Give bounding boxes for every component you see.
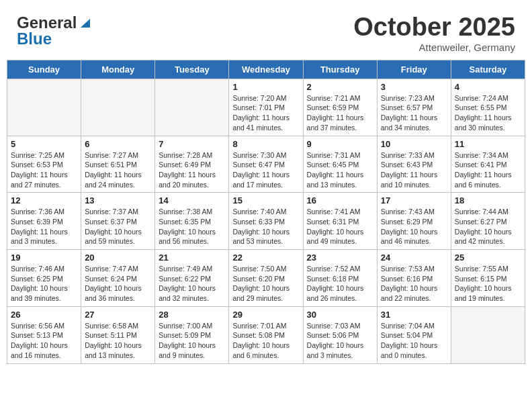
header-sunday: Sunday [7,60,81,79]
day-cell: 12Sunrise: 7:36 AM Sunset: 6:39 PM Dayli… [7,193,81,250]
day-info: Sunrise: 7:30 AM Sunset: 6:47 PM Dayligh… [232,150,299,190]
day-cell: 31Sunrise: 7:04 AM Sunset: 5:04 PM Dayli… [377,306,451,363]
day-cell: 28Sunrise: 7:00 AM Sunset: 5:09 PM Dayli… [155,306,229,363]
week-row-3: 19Sunrise: 7:46 AM Sunset: 6:25 PM Dayli… [7,250,525,307]
week-row-1: 5Sunrise: 7:25 AM Sunset: 6:53 PM Daylig… [7,136,525,193]
week-row-0: 1Sunrise: 7:20 AM Sunset: 7:01 PM Daylig… [7,79,525,136]
day-cell: 11Sunrise: 7:34 AM Sunset: 6:41 PM Dayli… [451,136,525,193]
day-cell: 9Sunrise: 7:31 AM Sunset: 6:45 PM Daylig… [303,136,377,193]
calendar-header-row: SundayMondayTuesdayWednesdayThursdayFrid… [7,60,525,79]
day-number: 26 [11,310,77,320]
day-number: 15 [232,195,299,205]
day-cell: 27Sunrise: 6:58 AM Sunset: 5:11 PM Dayli… [81,306,155,363]
day-cell: 19Sunrise: 7:46 AM Sunset: 6:25 PM Dayli… [7,250,81,307]
day-cell [451,306,525,363]
location: Attenweiler, Germany [353,42,515,53]
day-info: Sunrise: 7:44 AM Sunset: 6:27 PM Dayligh… [455,207,521,246]
day-cell: 25Sunrise: 7:55 AM Sunset: 6:15 PM Dayli… [451,250,525,307]
day-info: Sunrise: 7:27 AM Sunset: 6:51 PM Dayligh… [85,150,151,190]
week-row-2: 12Sunrise: 7:36 AM Sunset: 6:39 PM Dayli… [7,193,525,250]
day-info: Sunrise: 6:56 AM Sunset: 5:13 PM Dayligh… [11,321,77,361]
day-info: Sunrise: 7:40 AM Sunset: 6:33 PM Dayligh… [232,207,299,246]
logo-blue: Blue [17,30,93,48]
day-number: 8 [232,139,299,149]
day-cell: 20Sunrise: 7:47 AM Sunset: 6:24 PM Dayli… [81,250,155,307]
day-number: 12 [11,195,77,205]
day-number: 25 [455,253,521,263]
day-info: Sunrise: 7:36 AM Sunset: 6:39 PM Dayligh… [11,207,77,246]
day-cell: 4Sunrise: 7:24 AM Sunset: 6:55 PM Daylig… [451,79,525,136]
day-info: Sunrise: 7:23 AM Sunset: 6:57 PM Dayligh… [381,93,447,133]
day-number: 27 [85,310,151,320]
day-info: Sunrise: 7:52 AM Sunset: 6:18 PM Dayligh… [307,264,373,304]
day-number: 4 [455,82,521,92]
day-info: Sunrise: 7:28 AM Sunset: 6:49 PM Dayligh… [159,150,225,190]
day-info: Sunrise: 7:43 AM Sunset: 6:29 PM Dayligh… [381,207,447,246]
week-row-4: 26Sunrise: 6:56 AM Sunset: 5:13 PM Dayli… [7,306,525,363]
day-info: Sunrise: 7:49 AM Sunset: 6:22 PM Dayligh… [159,264,225,304]
day-cell: 16Sunrise: 7:41 AM Sunset: 6:31 PM Dayli… [303,193,377,250]
day-info: Sunrise: 7:21 AM Sunset: 6:59 PM Dayligh… [307,93,373,133]
logo: General Blue [17,13,93,48]
day-cell: 10Sunrise: 7:33 AM Sunset: 6:43 PM Dayli… [377,136,451,193]
day-number: 3 [381,82,447,92]
day-cell [155,79,229,136]
day-number: 6 [85,139,151,149]
logo-icon [78,15,93,30]
header-thursday: Thursday [303,60,377,79]
day-info: Sunrise: 7:03 AM Sunset: 5:06 PM Dayligh… [307,321,373,361]
header-tuesday: Tuesday [155,60,229,79]
day-cell: 22Sunrise: 7:50 AM Sunset: 6:20 PM Dayli… [229,250,303,307]
day-number: 23 [307,253,373,263]
day-cell: 7Sunrise: 7:28 AM Sunset: 6:49 PM Daylig… [155,136,229,193]
day-info: Sunrise: 7:50 AM Sunset: 6:20 PM Dayligh… [232,264,299,304]
day-number: 5 [11,139,77,149]
day-number: 9 [307,139,373,149]
day-cell: 30Sunrise: 7:03 AM Sunset: 5:06 PM Dayli… [303,306,377,363]
day-number: 11 [455,139,521,149]
day-cell: 2Sunrise: 7:21 AM Sunset: 6:59 PM Daylig… [303,79,377,136]
day-number: 20 [85,253,151,263]
day-info: Sunrise: 7:38 AM Sunset: 6:35 PM Dayligh… [159,207,225,246]
day-number: 22 [232,253,299,263]
day-cell: 5Sunrise: 7:25 AM Sunset: 6:53 PM Daylig… [7,136,81,193]
day-info: Sunrise: 7:01 AM Sunset: 5:08 PM Dayligh… [232,321,299,361]
day-cell: 8Sunrise: 7:30 AM Sunset: 6:47 PM Daylig… [229,136,303,193]
day-info: Sunrise: 7:37 AM Sunset: 6:37 PM Dayligh… [85,207,151,246]
header-friday: Friday [377,60,451,79]
day-info: Sunrise: 7:31 AM Sunset: 6:45 PM Dayligh… [307,150,373,190]
day-number: 13 [85,195,151,205]
header-wednesday: Wednesday [229,60,303,79]
day-number: 18 [455,195,521,205]
day-cell [7,79,81,136]
day-number: 21 [159,253,225,263]
day-number: 30 [307,310,373,320]
day-cell [81,79,155,136]
day-cell: 6Sunrise: 7:27 AM Sunset: 6:51 PM Daylig… [81,136,155,193]
day-number: 14 [159,195,225,205]
day-cell: 17Sunrise: 7:43 AM Sunset: 6:29 PM Dayli… [377,193,451,250]
svg-marker-0 [81,19,90,28]
day-info: Sunrise: 7:41 AM Sunset: 6:31 PM Dayligh… [307,207,373,246]
day-number: 16 [307,195,373,205]
day-info: Sunrise: 7:00 AM Sunset: 5:09 PM Dayligh… [159,321,225,361]
day-number: 1 [232,82,299,92]
day-info: Sunrise: 7:47 AM Sunset: 6:24 PM Dayligh… [85,264,151,304]
day-cell: 18Sunrise: 7:44 AM Sunset: 6:27 PM Dayli… [451,193,525,250]
day-cell: 13Sunrise: 7:37 AM Sunset: 6:37 PM Dayli… [81,193,155,250]
day-cell: 24Sunrise: 7:53 AM Sunset: 6:16 PM Dayli… [377,250,451,307]
day-cell: 23Sunrise: 7:52 AM Sunset: 6:18 PM Dayli… [303,250,377,307]
day-number: 10 [381,139,447,149]
day-number: 28 [159,310,225,320]
day-info: Sunrise: 7:33 AM Sunset: 6:43 PM Dayligh… [381,150,447,190]
day-info: Sunrise: 7:34 AM Sunset: 6:41 PM Dayligh… [455,150,521,190]
day-cell: 1Sunrise: 7:20 AM Sunset: 7:01 PM Daylig… [229,79,303,136]
day-number: 31 [381,310,447,320]
day-info: Sunrise: 7:46 AM Sunset: 6:25 PM Dayligh… [11,264,77,304]
day-info: Sunrise: 7:55 AM Sunset: 6:15 PM Dayligh… [455,264,521,304]
day-cell: 14Sunrise: 7:38 AM Sunset: 6:35 PM Dayli… [155,193,229,250]
header-saturday: Saturday [451,60,525,79]
day-info: Sunrise: 7:24 AM Sunset: 6:55 PM Dayligh… [455,93,521,133]
day-cell: 3Sunrise: 7:23 AM Sunset: 6:57 PM Daylig… [377,79,451,136]
day-info: Sunrise: 7:53 AM Sunset: 6:16 PM Dayligh… [381,264,447,304]
